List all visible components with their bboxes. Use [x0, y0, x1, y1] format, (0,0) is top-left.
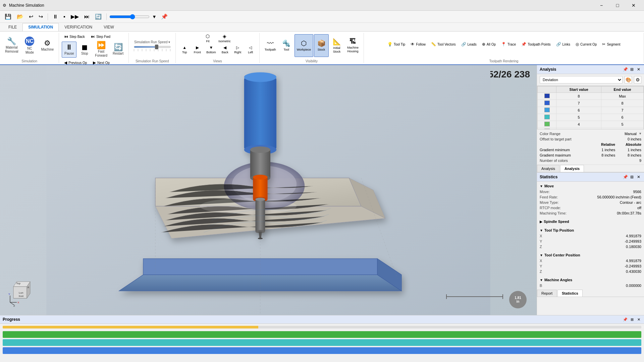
- current-op-button[interactable]: ◎ Current Op: [573, 41, 599, 48]
- statistics-tab[interactable]: Statistics: [557, 290, 583, 297]
- qa-stop-button[interactable]: ▪: [61, 12, 67, 21]
- tab-view[interactable]: VIEW: [98, 23, 120, 31]
- main-area: NC 13 852/26 238: [0, 65, 644, 315]
- qa-arrow-button[interactable]: ▾: [151, 12, 158, 21]
- progress-pin-button[interactable]: 📌: [623, 317, 628, 322]
- analysis-type-dropdown[interactable]: Deviation: [540, 76, 623, 83]
- move-section-header[interactable]: ▼ Move: [540, 183, 641, 189]
- statistics-pin-button[interactable]: 📌: [623, 174, 628, 180]
- analysis-properties: Color Range Manual ▾ Offset to target pa…: [537, 129, 644, 165]
- maximize-button[interactable]: □: [610, 0, 625, 11]
- tip-y-label: Y: [540, 239, 542, 243]
- analysis-settings-button[interactable]: ⚙: [634, 76, 641, 83]
- bottom-view-button[interactable]: ▼ Bottom: [204, 44, 218, 55]
- minimize-button[interactable]: −: [594, 0, 609, 11]
- ribbon-group-toolpath-rendering: 💡 Tool Tip 👁 Follow 📏 Tool Vectors 🔗 Lea…: [364, 33, 644, 63]
- initial-stock-vis-button[interactable]: 📐 InitialStock: [329, 34, 344, 57]
- analysis-color-button[interactable]: 🎨: [625, 76, 632, 83]
- top-view-button[interactable]: ▲ Top: [178, 44, 191, 55]
- svg-rect-19: [255, 199, 265, 232]
- fast-forward-button[interactable]: ⏩ FastForward: [93, 42, 110, 58]
- machine-button[interactable]: ⚙ Machine: [39, 34, 56, 57]
- fit-icon: ⬡: [206, 34, 210, 39]
- color-swatch: [544, 108, 550, 112]
- tool-vectors-button[interactable]: 📏 Tool Vectors: [429, 41, 458, 48]
- restart-button[interactable]: 🔄 Restart: [110, 42, 126, 58]
- front-view-button[interactable]: ▶ Front: [191, 44, 203, 55]
- tool-center-pos-header[interactable]: ▼ Tool Center Position: [540, 252, 641, 258]
- statistics-undock-button[interactable]: ⊞: [629, 174, 635, 180]
- qa-next-button[interactable]: ⏭: [82, 12, 92, 21]
- pause-button[interactable]: ⏸ Pause: [62, 42, 76, 58]
- toolpath-vis-button[interactable]: 〰 Toolpath: [262, 34, 278, 57]
- qa-open-button[interactable]: 📂: [15, 12, 25, 21]
- back-view-button[interactable]: ◀ Back: [219, 44, 231, 55]
- follow-button[interactable]: 👁 Follow: [408, 41, 428, 48]
- tab-verification[interactable]: VERIFICATION: [59, 23, 98, 31]
- qa-pin-button[interactable]: 📌: [159, 12, 170, 21]
- right-view-button[interactable]: ▷ Right: [232, 44, 244, 55]
- analysis-tab-2[interactable]: Analysis: [560, 165, 584, 172]
- color-swatch-cell: [538, 114, 556, 121]
- links-button[interactable]: 🔗 Links: [554, 41, 573, 48]
- qa-redo-button[interactable]: ↪: [37, 12, 45, 21]
- nc-mode-button[interactable]: NC NCMode: [21, 34, 38, 57]
- main-progress-track[interactable]: [3, 326, 641, 328]
- qa-save-button[interactable]: 💾: [3, 12, 13, 21]
- next-op-icon: ▶: [93, 60, 96, 65]
- all-op-button[interactable]: ⊕ All Op: [480, 41, 498, 48]
- step-fwd-button[interactable]: ⏭ Step Fwd: [89, 33, 113, 40]
- move-type-value: Contour - arc: [620, 200, 641, 204]
- tool-tip-button[interactable]: 💡 Tool Tip: [385, 41, 408, 48]
- left-view-button[interactable]: ◁ Left: [245, 44, 257, 55]
- ribbon-group-control: ⏮ Step Back ⏭ Step Fwd ⏸ Pause ◼ Stop: [59, 33, 129, 63]
- fast-forward-icon: ⏩: [97, 42, 106, 49]
- stop-button[interactable]: ◼ Stop: [77, 42, 92, 58]
- isometric-view-button[interactable]: ◈ Isometric: [215, 33, 234, 44]
- analysis-undock-button[interactable]: ⊞: [629, 67, 635, 72]
- leads-button[interactable]: 🔗 Leads: [459, 41, 479, 48]
- distance-badge: 1.81 in: [509, 291, 527, 308]
- next-op-button[interactable]: ▶ Next Op: [91, 59, 112, 65]
- analysis-close-button[interactable]: ✕: [636, 67, 641, 72]
- tool-vis-button[interactable]: 🔩 Tool: [279, 34, 294, 57]
- workpiece-vis-button[interactable]: ⬡ Workpiece: [294, 34, 313, 57]
- qa-undo-button[interactable]: ↩: [27, 12, 35, 21]
- trace-button[interactable]: 📍 Trace: [499, 41, 518, 48]
- fit-view-button[interactable]: ⬡ Fit: [201, 33, 214, 44]
- feed-rate-label: Feed Rate:: [540, 195, 558, 199]
- svg-rect-16: [253, 177, 267, 199]
- tab-file[interactable]: FILE: [3, 23, 22, 31]
- toolpath-points-button[interactable]: 📌 Toolpath Points: [519, 41, 553, 48]
- machine-angles-header[interactable]: ▼ Machine Angles: [540, 277, 641, 283]
- progress-close-button[interactable]: ✕: [636, 317, 641, 322]
- close-button[interactable]: ✕: [626, 0, 641, 11]
- progress-undock-button[interactable]: ⊞: [629, 317, 635, 322]
- statistics-close-button[interactable]: ✕: [636, 174, 641, 180]
- angle-b-label: B: [540, 284, 542, 288]
- analysis-tab-1[interactable]: Analysis: [537, 165, 559, 172]
- progress-bar-green: [3, 331, 641, 338]
- title-bar: ⚙ Machine Simulation − □ ✕: [0, 0, 644, 11]
- analysis-pin-button[interactable]: 📌: [623, 67, 628, 72]
- spindle-arrow-icon: ▶: [540, 220, 542, 224]
- qa-ff-button[interactable]: ▶▶: [69, 12, 81, 21]
- 3d-viewport: [0, 65, 537, 315]
- material-removal-button[interactable]: 🔧 MaterialRemoval: [3, 34, 20, 57]
- step-back-button[interactable]: ⏮ Step Back: [62, 33, 87, 40]
- spindle-section-header[interactable]: ▶ Spindle Speed: [540, 219, 641, 225]
- qa-restart-button[interactable]: 🔄: [93, 12, 104, 21]
- qa-speed-slider[interactable]: [109, 13, 150, 20]
- qa-pause-button[interactable]: ⏸: [51, 12, 60, 21]
- tab-simulation[interactable]: SIMULATION: [22, 23, 59, 31]
- machine-housing-vis-button[interactable]: 🏗 MachineHousing: [345, 34, 361, 57]
- segment-button[interactable]: ✂ Segment: [600, 41, 623, 48]
- report-tab[interactable]: Report: [537, 290, 557, 297]
- view-cube[interactable]: Lun front R Top X Y Z: [7, 278, 37, 308]
- previous-op-button[interactable]: ◀ Previous Op: [62, 59, 89, 65]
- trace-icon: 📍: [501, 42, 506, 47]
- tool-tip-pos-header[interactable]: ▼ Tool Tip Position: [540, 227, 641, 233]
- color-range-dropdown-arrow[interactable]: ▾: [639, 131, 641, 136]
- stock-vis-button[interactable]: 📦 Stock: [314, 34, 329, 57]
- viewport[interactable]: NC 13 852/26 238: [0, 65, 537, 315]
